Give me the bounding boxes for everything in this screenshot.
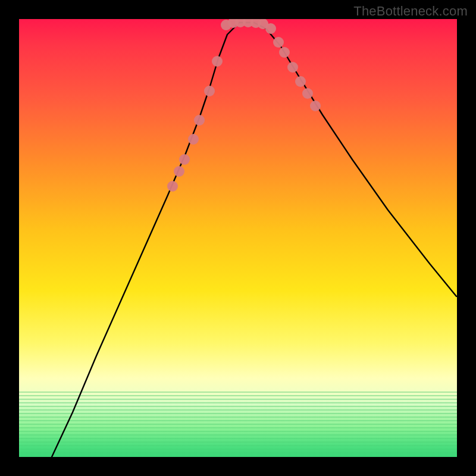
chart-frame: TheBottleneck.com [0,0,476,476]
bottleneck-curve [52,23,456,457]
curve-markers [167,19,321,192]
marker-dot [302,88,313,99]
marker-dot [188,134,199,145]
plot-area [19,19,457,457]
marker-dot [179,154,190,165]
curve-layer [19,19,457,457]
marker-dot [287,62,298,73]
watermark-text: TheBottleneck.com [353,4,468,19]
marker-dot [265,23,276,34]
marker-dot [273,37,284,48]
marker-dot [295,76,306,87]
marker-dot [174,166,184,177]
marker-dot [204,86,215,96]
marker-dot [212,56,223,67]
marker-dot [279,47,290,58]
marker-dot [310,101,321,111]
marker-dot [167,181,178,192]
marker-dot [194,115,205,126]
